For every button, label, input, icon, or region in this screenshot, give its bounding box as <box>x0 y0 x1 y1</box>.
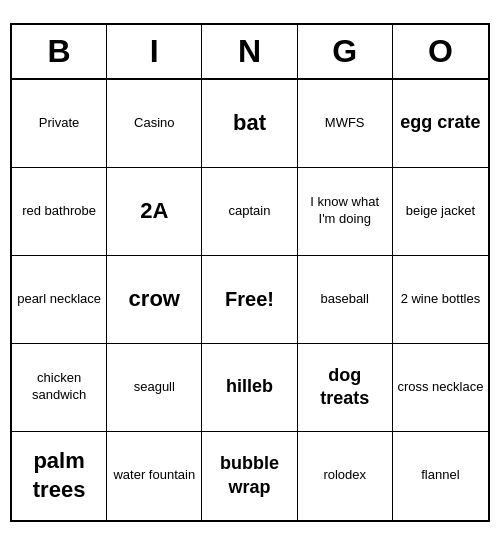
bingo-cell: hilleb <box>202 344 297 432</box>
header-letter: B <box>12 25 107 78</box>
bingo-cell: MWFS <box>298 80 393 168</box>
bingo-cell: bubble wrap <box>202 432 297 520</box>
bingo-cell: Private <box>12 80 107 168</box>
bingo-cell: pearl necklace <box>12 256 107 344</box>
bingo-cell: flannel <box>393 432 488 520</box>
bingo-cell: 2A <box>107 168 202 256</box>
header-letter: G <box>298 25 393 78</box>
bingo-cell: palm trees <box>12 432 107 520</box>
bingo-header: BINGO <box>12 25 488 80</box>
bingo-cell: 2 wine bottles <box>393 256 488 344</box>
bingo-cell: crow <box>107 256 202 344</box>
bingo-cell: seagull <box>107 344 202 432</box>
header-letter: I <box>107 25 202 78</box>
bingo-cell: bat <box>202 80 297 168</box>
bingo-cell: cross necklace <box>393 344 488 432</box>
bingo-cell: beige jacket <box>393 168 488 256</box>
bingo-cell: baseball <box>298 256 393 344</box>
header-letter: O <box>393 25 488 78</box>
bingo-cell: captain <box>202 168 297 256</box>
bingo-cell: I know what I'm doing <box>298 168 393 256</box>
bingo-cell: egg crate <box>393 80 488 168</box>
bingo-cell: water fountain <box>107 432 202 520</box>
bingo-cell: chicken sandwich <box>12 344 107 432</box>
header-letter: N <box>202 25 297 78</box>
bingo-cell: Casino <box>107 80 202 168</box>
bingo-grid: PrivateCasinobatMWFSegg cratered bathrob… <box>12 80 488 520</box>
bingo-card: BINGO PrivateCasinobatMWFSegg cratered b… <box>10 23 490 522</box>
bingo-cell: rolodex <box>298 432 393 520</box>
bingo-cell: dog treats <box>298 344 393 432</box>
bingo-cell: Free! <box>202 256 297 344</box>
bingo-cell: red bathrobe <box>12 168 107 256</box>
